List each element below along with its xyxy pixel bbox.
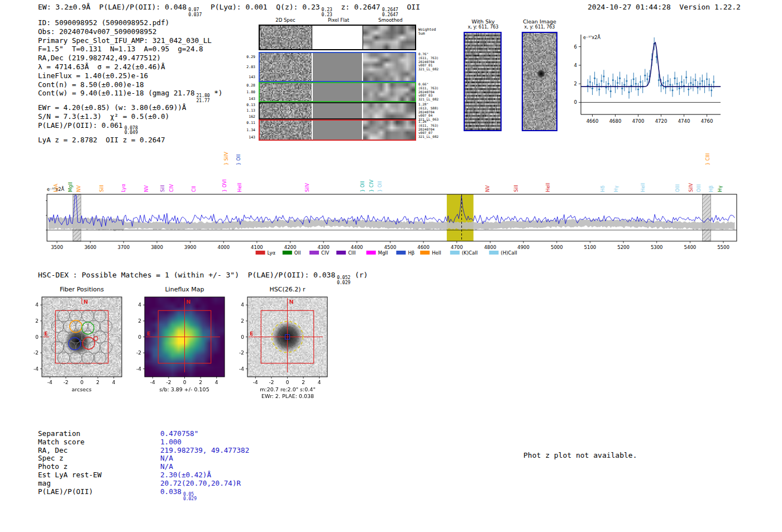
text-segment: HSC-DEX : Possible Matches = 1 (within +… — [38, 271, 239, 279]
pixelflat-image — [312, 103, 363, 118]
svg-text:3600: 3600 — [84, 245, 97, 250]
svg-text:NV: NV — [144, 185, 149, 192]
weighted-sum-strip — [259, 25, 416, 50]
elixer-report: EW: 3.2±0.9Å P(LAE)/P(OII): 0.0480.070.0… — [0, 0, 782, 532]
svg-text:4: 4 — [35, 302, 39, 308]
svg-text:} OII: } OII — [360, 181, 365, 192]
svg-text:(K)CaII: (K)CaII — [462, 250, 478, 256]
svg-text:Hδ: Hδ — [600, 185, 605, 192]
spec2d-image — [260, 83, 312, 101]
svg-text:5200: 5200 — [617, 245, 630, 250]
match-table-row: mag20.72(20.70,20.74)R — [38, 480, 249, 488]
svg-text:4: 4 — [215, 380, 218, 385]
svg-text:4660: 4660 — [586, 118, 599, 124]
svg-text:} CIV: } CIV — [369, 179, 374, 192]
svg-text:OIII: OIII — [696, 184, 702, 192]
text-segment: EWr = 4.20(±0.85) (w: 3.80(±0.69))Å — [38, 103, 186, 112]
text-segment: RA,Dec (219.982742,49.477512) — [38, 54, 161, 62]
clean-image-title: Clean Image — [521, 18, 559, 25]
svg-text:4900: 4900 — [517, 245, 530, 250]
match-row-value: 1.000 — [160, 438, 182, 446]
hsc-match-header: HSC-DEX : Possible Matches = 1 (within +… — [38, 271, 368, 285]
svg-text:0: 0 — [286, 380, 289, 385]
svg-text:CIV: CIV — [169, 184, 174, 192]
svg-text:Lyα: Lyα — [268, 250, 276, 256]
svg-text:4720: 4720 — [655, 118, 667, 124]
text-segment: z: 0.2647 — [341, 3, 380, 11]
svg-text:-4: -4 — [136, 366, 141, 372]
svg-text:CII: CII — [191, 186, 197, 192]
pixelflat-image — [312, 121, 363, 140]
text-segment: S/N = 7.3(±1.3) χ² = 0.5(±0.0) — [38, 112, 169, 121]
text-segment: P(LAE)/P(OII): 0.038 — [248, 271, 336, 279]
fiber-xlabel: arcsecs — [26, 386, 137, 392]
match-row-value: N/A — [160, 454, 173, 462]
smoothed-image — [363, 121, 415, 140]
match-table-row: Match score1.000 — [38, 438, 249, 447]
svg-text:0: 0 — [241, 334, 244, 340]
spec2d-sum-image — [260, 26, 312, 49]
svg-text:2: 2 — [96, 380, 99, 385]
match-table-row: P(LAE)/P(OII)0.0380.050.029 — [38, 488, 249, 502]
info-block: ID: 5090098952 (5090098952.pdf)Obs: 2024… — [38, 18, 222, 145]
svg-text:5100: 5100 — [584, 245, 597, 250]
text-segment: Cont(n) = 8.50(±0.00)e-18 — [38, 80, 144, 89]
spec2d-row — [259, 102, 416, 119]
svg-text:HeII: HeII — [237, 183, 242, 192]
info-line: λ = 4714.63Å σ = 2.42(±0.46)Å — [38, 63, 222, 71]
info-line: EWr = 4.20(±0.85) (w: 3.80(±0.69))Å — [38, 103, 222, 112]
header-summary: EW: 3.2±0.9Å P(LAE)/P(OII): 0.0480.070.0… — [38, 3, 420, 17]
svg-text:4: 4 — [318, 380, 321, 385]
svg-text:E: E — [44, 330, 48, 337]
match-row-label: Photo z — [38, 463, 160, 471]
svg-text:SiIV: SiIV — [304, 183, 310, 192]
text-segment: Primary Spec_Slot_IFU_AMP: 321_042_030_L… — [38, 36, 212, 45]
svg-text:4500: 4500 — [384, 245, 397, 250]
pixelflat-image — [312, 83, 363, 101]
match-row-label: Match score — [38, 438, 160, 447]
info-line: S/N = 7.3(±1.3) χ² = 0.5(±0.0) — [38, 112, 222, 121]
svg-text:CIV: CIV — [321, 250, 329, 256]
svg-text:Hγ: Hγ — [717, 186, 723, 192]
svg-text:4740: 4740 — [678, 118, 690, 124]
svg-text:3900: 3900 — [184, 245, 197, 250]
svg-text:5300: 5300 — [651, 245, 663, 250]
svg-text:-4: -4 — [239, 366, 244, 372]
clean-image — [523, 33, 556, 130]
svg-text:5000: 5000 — [551, 245, 563, 250]
text-segment: Cont(w) = 9.40(±0.11)e-18 (gmag 21.78 — [38, 89, 195, 97]
svg-text:0: 0 — [35, 334, 39, 340]
svg-text:4100: 4100 — [251, 245, 263, 250]
svg-text:HeII: HeII — [432, 250, 441, 256]
match-table-row: Photo zN/A — [38, 463, 249, 471]
smoothed-sum-image — [363, 26, 415, 49]
info-line: F=1.5" T=0.131 N=1.13 A=0.95 g=24.8 — [38, 45, 222, 54]
text-segment: ID: 5090098952 (5090098952.pdf) — [38, 18, 169, 27]
uncertainty-range: 0.070.037 — [188, 8, 202, 17]
info-line: LineFlux = 1.40(±0.25)e-16 — [38, 71, 222, 80]
spec2d-row-annotation: 0.66"(611, 763)20240704v007_03321_LL_082 — [418, 83, 438, 102]
svg-text:3700: 3700 — [117, 245, 130, 250]
svg-text:HeII: HeII — [640, 183, 646, 192]
svg-text:} OVI: } OVI — [222, 179, 227, 192]
text-segment: EW: 3.2±0.9Å — [38, 3, 90, 11]
spec2d-row — [259, 52, 416, 82]
svg-text:4800: 4800 — [484, 245, 497, 250]
smoothed-image — [363, 83, 415, 101]
with-sky-image-frame — [464, 32, 502, 131]
info-line: Primary Spec_Slot_IFU_AMP: 321_042_030_L… — [38, 36, 222, 45]
svg-text:} OII: } OII — [377, 181, 383, 192]
header-timestamp: 2024-10-27 01:44:28 Version 1.22.2 — [588, 3, 741, 11]
svg-text:3500: 3500 — [51, 245, 63, 250]
svg-text:4600: 4600 — [417, 245, 430, 250]
spec2d-image — [260, 53, 312, 81]
photz-note: Phot z plot not available. — [523, 451, 637, 459]
text-segment: P(LAE)/P(OII): 0.048 — [99, 3, 187, 11]
svg-text:Hβ: Hβ — [408, 250, 414, 256]
svg-text:} CIII: } CIII — [705, 153, 711, 165]
info-line: Obs: 20240704v007_5090098952 — [38, 27, 222, 36]
text-segment: LyA z = 2.8782 OII z = 0.2647 — [38, 136, 165, 144]
lineflux-caption: s/b: 3.89 +/- 0.105 — [128, 386, 240, 392]
spec2d-row-weights: 0.131.13162 — [235, 102, 257, 119]
svg-text:SiII: SiII — [513, 185, 519, 192]
